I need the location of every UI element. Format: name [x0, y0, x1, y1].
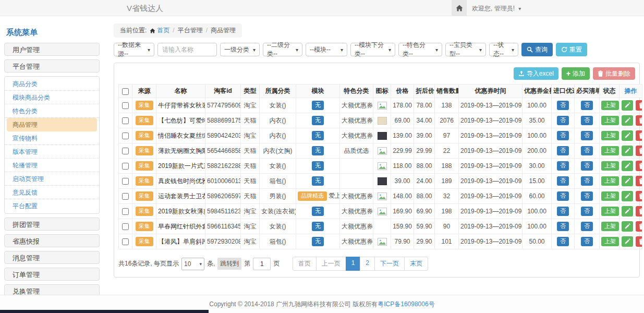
- row-checkbox[interactable]: [122, 193, 129, 200]
- edit-button[interactable]: [622, 236, 633, 247]
- edit-button[interactable]: [622, 100, 633, 111]
- page-button[interactable]: 1: [346, 257, 361, 271]
- edit-button[interactable]: [622, 130, 633, 141]
- filter-select[interactable]: --特色分类--▾: [398, 43, 442, 56]
- row-select-cell: [119, 174, 132, 189]
- row-checkbox[interactable]: [122, 208, 129, 215]
- status-cell: 上架: [600, 113, 619, 128]
- icp-link[interactable]: 粤ICP备16098006号: [378, 300, 434, 308]
- welcome-text: 欢迎您, 管理员!: [472, 5, 515, 12]
- taoke-id: 588216228899: [205, 159, 241, 174]
- delete-button[interactable]: [636, 176, 642, 186]
- sidebar-item[interactable]: 宣传物料: [5, 131, 99, 145]
- page-button[interactable]: 下一页: [374, 257, 405, 271]
- coupon-time: 2019-09-13—2019-09-17: [459, 219, 523, 234]
- records-total-text: 共16条记录, 每页显示: [118, 259, 179, 268]
- sales-count: 101: [435, 234, 459, 249]
- row-checkbox[interactable]: [122, 148, 129, 154]
- sidebar-group[interactable]: 拼团管理: [4, 218, 100, 231]
- row-checkbox[interactable]: [122, 178, 129, 185]
- filter-select[interactable]: --二级分类--▾: [263, 43, 302, 56]
- filter-select[interactable]: --宝贝类型--▾: [445, 43, 486, 56]
- edit-button[interactable]: [622, 191, 633, 201]
- page-button[interactable]: 上一页: [316, 257, 346, 271]
- filter-select[interactable]: --模块--▾: [306, 43, 347, 56]
- name-search-input[interactable]: [157, 43, 217, 56]
- delete-button[interactable]: [636, 130, 642, 141]
- row-checkbox[interactable]: [122, 163, 129, 170]
- sidebar-group[interactable]: 用户管理: [4, 43, 100, 56]
- product-category: 女装(): [260, 219, 296, 234]
- sidebar-item[interactable]: 商品分类: [5, 77, 99, 91]
- row-select-cell: [119, 98, 132, 113]
- page-button[interactable]: 末页: [404, 257, 428, 271]
- taoke-id: 589042420344: [205, 128, 241, 143]
- delete-button[interactable]: [636, 191, 642, 201]
- delete-button[interactable]: [636, 115, 642, 126]
- home-button[interactable]: [452, 0, 467, 16]
- sidebar-item[interactable]: 轮播管理: [5, 159, 99, 172]
- source-badge: 采集: [136, 146, 153, 155]
- row-checkbox[interactable]: [122, 133, 129, 139]
- select-all-checkbox[interactable]: [122, 88, 129, 95]
- status-cell: 上架: [600, 128, 619, 143]
- sales-count: 189: [435, 174, 459, 189]
- page-button[interactable]: 2: [360, 257, 375, 271]
- column-header: 操作: [619, 85, 642, 98]
- filter-select[interactable]: --状态--▾: [489, 43, 518, 56]
- row-checkbox[interactable]: [122, 223, 129, 230]
- filter-select[interactable]: --模块下分类--▾: [350, 43, 395, 56]
- sidebar-group[interactable]: 消息管理: [4, 251, 100, 264]
- edit-button[interactable]: [622, 115, 633, 126]
- sidebar-group[interactable]: 省惠快报: [4, 234, 100, 247]
- trash-icon: [639, 223, 642, 230]
- sidebar-item[interactable]: 商品管理: [7, 118, 97, 131]
- filter-select[interactable]: 一级分类▾: [220, 43, 260, 56]
- delete-button[interactable]: [636, 206, 642, 216]
- filter-select-source[interactable]: --数据来源--▾: [114, 43, 154, 56]
- delete-button[interactable]: [636, 236, 642, 247]
- price: 169.90: [391, 204, 414, 219]
- delete-button[interactable]: [636, 161, 642, 171]
- edit-button[interactable]: [622, 146, 633, 156]
- edit-button[interactable]: [622, 221, 633, 232]
- sidebar-item[interactable]: 启动页管理: [5, 172, 99, 186]
- delete-button[interactable]: [636, 221, 642, 232]
- sidebar-item[interactable]: 意见反馈: [5, 186, 99, 199]
- import-excel-button[interactable]: 导入excel: [514, 67, 558, 80]
- delete-button[interactable]: [636, 146, 642, 156]
- module-cell: 无: [296, 204, 340, 219]
- delete-button[interactable]: [636, 100, 642, 111]
- add-button[interactable]: + 添加: [562, 67, 590, 80]
- sales-count: 90: [435, 219, 459, 234]
- sidebar-group[interactable]: 订单管理: [4, 268, 100, 281]
- sidebar-item[interactable]: 版本管理: [5, 145, 99, 159]
- page-number-input[interactable]: [253, 258, 271, 270]
- edit-button[interactable]: [622, 206, 633, 216]
- discount-price: 34.00: [414, 113, 435, 128]
- sales-count: 198: [435, 204, 459, 219]
- sidebar-item[interactable]: 平台配置: [5, 199, 99, 213]
- actions-cell: [619, 234, 642, 249]
- jump-to-button[interactable]: 跳转到: [217, 258, 241, 270]
- batch-delete-button[interactable]: 批量删除: [593, 67, 635, 80]
- edit-button[interactable]: [622, 176, 633, 186]
- table-row: 采集 2019新款女秋薄款... 598451162391 淘宝 女装(连衣裙)…: [119, 204, 642, 219]
- row-checkbox[interactable]: [122, 117, 129, 124]
- actions-cell: [619, 128, 642, 143]
- column-header: 类型: [241, 85, 260, 98]
- must-buy-cell: 否: [575, 143, 600, 159]
- sidebar-item[interactable]: 特色分类: [5, 104, 99, 118]
- sidebar-item[interactable]: 模块商品分类: [5, 91, 99, 104]
- sidebar-group[interactable]: 平台管理: [4, 59, 100, 73]
- reset-button[interactable]: 重置: [556, 43, 587, 56]
- row-checkbox[interactable]: [122, 238, 129, 245]
- breadcrumb-home-link[interactable]: 首页: [157, 27, 169, 34]
- search-button[interactable]: 查询: [521, 43, 553, 56]
- import-select-badge: 否: [557, 161, 569, 170]
- user-menu[interactable]: 欢迎您, 管理员! ▾: [472, 4, 521, 13]
- page-button[interactable]: 首页: [293, 257, 317, 271]
- per-page-select[interactable]: 10 ▾: [181, 258, 204, 270]
- edit-button[interactable]: [622, 161, 633, 171]
- row-checkbox[interactable]: [122, 102, 129, 109]
